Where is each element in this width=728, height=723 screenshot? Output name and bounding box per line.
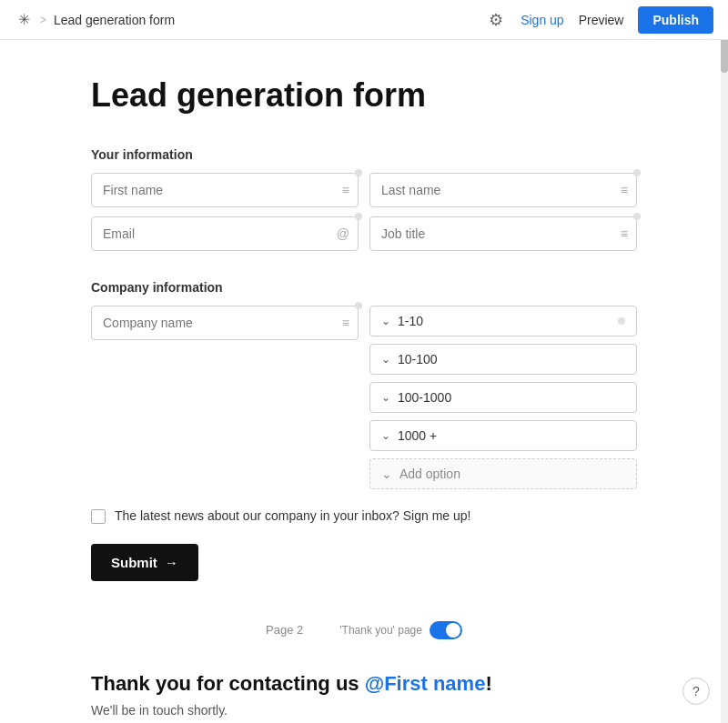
add-option-label: Add option [399,467,460,481]
thank-you-toggle[interactable] [430,621,462,639]
chevron-icon: ⌄ [381,315,390,327]
first-name-tag: @First name [365,672,486,695]
first-name-input[interactable] [91,173,359,207]
breadcrumb-separator: > [40,14,46,26]
option-100-1000[interactable]: ⌄ 100-1000 [369,382,637,413]
job-title-input[interactable] [369,216,637,251]
company-name-wrapper: ≡ [91,306,359,340]
form-title: Lead generation form [91,76,637,115]
email-wrapper: @ [91,216,359,251]
option-10-100[interactable]: ⌄ 10-100 [369,344,637,375]
settings-icon[interactable]: ⚙ [486,10,506,30]
option-100-1000-label: 100-1000 [398,390,451,405]
newsletter-row: The latest news about our company in you… [91,507,637,526]
chevron-icon-3: ⌄ [381,391,390,404]
page-toggle-section: Page 2 'Thank you' page [91,610,637,650]
company-size-options: ⌄ 1-10 ⌄ 10-100 ⌄ 100-1000 ⌄ 1000 + ⌄ [369,306,637,489]
thank-you-title-prefix: Thank you for contacting us [91,672,365,695]
newsletter-label: The latest news about our company in you… [115,507,470,526]
job-title-wrapper: ≡ [369,216,637,251]
company-information-section: Company information ≡ ⌄ 1-10 ⌄ 10-100 [91,280,637,489]
header-left: ✳ > Lead generation form [15,11,175,29]
help-button[interactable]: ? [682,678,710,705]
add-chevron-icon: ⌄ [381,467,392,481]
main-content: Lead generation form Your information ≡ … [73,40,655,723]
breadcrumb-title: Lead generation form [54,13,175,27]
page-2-label: Page 2 [266,623,303,637]
publish-button[interactable]: Publish [638,6,713,34]
company-name-field: ≡ [91,306,359,340]
submit-button[interactable]: Submit → [91,544,198,581]
thank-you-toggle-container: 'Thank you' page [339,621,462,639]
thank-you-section: Thank you for contacting us @First name!… [91,672,637,718]
submit-arrow-icon: → [165,555,178,570]
your-information-label: Your information [91,147,637,162]
option-1-10[interactable]: ⌄ 1-10 [369,306,637,336]
company-name-input[interactable] [91,306,359,340]
logo-icon[interactable]: ✳ [15,11,33,29]
option-1000-plus-label: 1000 + [398,428,437,443]
thank-you-page-label: 'Thank you' page [339,624,422,637]
scrollbar-track [721,0,728,723]
thank-you-title: Thank you for contacting us @First name! [91,672,637,696]
add-option-button[interactable]: ⌄ Add option [369,458,637,489]
sign-up-button[interactable]: Sign up [521,13,563,27]
name-row: ≡ ≡ [91,173,637,207]
header: ✳ > Lead generation form ⚙ Sign up Previ… [0,0,728,40]
contact-row: @ ≡ [91,216,637,251]
chevron-icon-2: ⌄ [381,353,390,366]
thank-you-subtitle: We'll be in touch shortly. [91,703,637,718]
company-row: ≡ ⌄ 1-10 ⌄ 10-100 ⌄ 100-1000 [91,306,637,489]
your-information-section: Your information ≡ ≡ @ ≡ [91,147,637,251]
required-indicator-6 [618,317,625,325]
email-input[interactable] [91,216,359,251]
newsletter-checkbox[interactable] [91,509,106,524]
option-1-10-label: 1-10 [398,314,423,328]
header-right: ⚙ Sign up Preview Publish [486,6,713,34]
first-name-wrapper: ≡ [91,173,359,207]
option-1000-plus[interactable]: ⌄ 1000 + [369,420,637,451]
chevron-icon-4: ⌄ [381,429,390,442]
last-name-wrapper: ≡ [369,173,637,207]
submit-label: Submit [111,555,157,570]
preview-button[interactable]: Preview [579,13,624,27]
option-10-100-label: 10-100 [398,352,438,367]
last-name-input[interactable] [369,173,637,207]
company-information-label: Company information [91,280,637,295]
thank-you-title-suffix: ! [485,672,491,695]
